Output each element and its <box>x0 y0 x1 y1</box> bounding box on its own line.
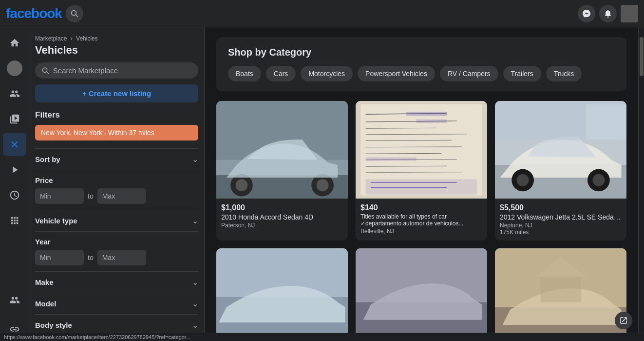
messenger-icon[interactable] <box>578 5 595 22</box>
make-filter[interactable]: Make ⌄ <box>35 271 198 293</box>
listing-name: 2010 Honda Accord Sedan 4D <box>221 213 343 221</box>
listing-price: $1,000 <box>221 203 343 212</box>
page-title: Vehicles <box>35 44 198 57</box>
svg-line-3 <box>47 72 49 74</box>
vehicle-type-label: Vehicle type <box>35 217 77 225</box>
scrollbar-area <box>638 27 644 341</box>
shop-category-title: Shop by Category <box>228 47 615 58</box>
svg-point-10 <box>317 179 329 191</box>
listing-location: Belleville, NJ <box>360 228 482 235</box>
listing-card[interactable]: $5,500 2012 Volkswagen Jetta 2.5L SE Sed… <box>495 101 626 241</box>
listing-name: 2012 Volkswagen Jetta 2.5L SE Sedan 4D <box>500 213 622 221</box>
top-navigation: facebook <box>0 0 644 27</box>
year-inputs: to <box>35 250 198 265</box>
location-filter[interactable]: New York, New York · Within 37 miles <box>35 125 198 140</box>
sort-by-label: Sort by <box>35 155 60 163</box>
shop-by-category: Shop by Category Boats Cars Motorcycles … <box>216 37 626 91</box>
nav-avatar-placeholder[interactable] <box>3 57 26 80</box>
category-pill-rv[interactable]: RV / Campers <box>440 66 498 81</box>
nav-video[interactable] <box>3 158 26 181</box>
share-icon-button[interactable] <box>615 312 632 329</box>
model-chevron: ⌄ <box>192 299 198 308</box>
price-max-input[interactable] <box>97 188 146 204</box>
price-inputs: to <box>35 188 198 204</box>
topnav-left: facebook <box>6 5 83 22</box>
nav-friends[interactable] <box>3 82 26 105</box>
listing-card[interactable] <box>356 248 487 341</box>
scrollbar-thumb[interactable] <box>640 37 644 76</box>
nav-home[interactable] <box>3 31 26 55</box>
nav-people-icon[interactable] <box>3 288 26 312</box>
nav-marketplace[interactable] <box>3 133 26 156</box>
listing-card[interactable] <box>216 248 348 341</box>
listing-info: $140 Titles available for all types of c… <box>356 199 487 240</box>
category-pill-trailers[interactable]: Trailers <box>503 66 541 81</box>
price-label: Price <box>35 176 198 184</box>
main-layout: Marketplace › Vehicles Vehicles + Create… <box>0 27 644 341</box>
listing-location: Paterson, NJ <box>221 222 343 229</box>
body-style-label: Body style <box>35 321 72 329</box>
facebook-logo: facebook <box>6 6 62 21</box>
make-label: Make <box>35 278 54 286</box>
create-listing-button[interactable]: + Create new listing <box>35 84 198 102</box>
nav-grid[interactable] <box>3 209 26 232</box>
breadcrumb-current: Vehicles <box>76 35 98 42</box>
category-pill-trucks[interactable]: Trucks <box>546 66 582 81</box>
year-filter: Year to <box>35 231 198 271</box>
user-avatar[interactable] <box>621 5 638 22</box>
listing-image <box>356 248 487 341</box>
vehicle-type-filter[interactable]: Vehicle type ⌄ <box>35 210 198 231</box>
left-icon-nav <box>0 27 29 341</box>
svg-rect-36 <box>586 104 626 140</box>
search-input[interactable] <box>53 66 191 75</box>
svg-rect-26 <box>366 179 477 194</box>
listing-card[interactable] <box>495 248 626 341</box>
listing-miles: 175K miles <box>500 229 622 236</box>
nav-watch[interactable] <box>3 107 26 131</box>
listing-name: Titles available for all types of car ✓d… <box>360 213 482 227</box>
sort-by-filter[interactable]: Sort by ⌄ <box>35 148 198 170</box>
body-style-chevron: ⌄ <box>192 321 198 330</box>
search-icon-button[interactable] <box>66 5 83 22</box>
category-pill-powersport[interactable]: Powersport Vehicles <box>358 66 435 81</box>
status-url: https://www.facebook.com/marketplace/ite… <box>4 334 190 340</box>
svg-rect-47 <box>540 277 581 302</box>
price-to-separator: to <box>88 192 94 200</box>
svg-rect-25 <box>366 158 417 161</box>
breadcrumb-parent[interactable]: Marketplace <box>35 35 67 42</box>
svg-point-2 <box>42 67 47 72</box>
category-pill-cars[interactable]: Cars <box>266 66 296 81</box>
search-box[interactable] <box>35 62 198 79</box>
year-min-input[interactable] <box>35 250 84 265</box>
price-min-input[interactable] <box>35 188 84 204</box>
category-pill-motorcycles[interactable]: Motorcycles <box>301 66 353 81</box>
notifications-icon[interactable] <box>599 5 617 22</box>
year-label: Year <box>35 238 198 246</box>
make-chevron: ⌄ <box>192 278 198 287</box>
listing-image <box>356 101 487 199</box>
listing-card[interactable]: $140 Titles available for all types of c… <box>356 101 487 241</box>
status-bar: https://www.facebook.com/marketplace/ite… <box>0 333 644 341</box>
listing-price: $140 <box>360 203 482 212</box>
listing-image <box>495 248 626 341</box>
listings-grid: $1,000 2010 Honda Accord Sedan 4D Paters… <box>216 101 626 341</box>
svg-point-34 <box>592 174 605 186</box>
listing-info: $1,000 2010 Honda Accord Sedan 4D Paters… <box>216 199 348 234</box>
category-pill-boats[interactable]: Boats <box>228 66 261 81</box>
nav-clock[interactable] <box>3 183 26 207</box>
model-filter[interactable]: Model ⌄ <box>35 293 198 314</box>
year-max-input[interactable] <box>97 250 146 265</box>
category-pills: Boats Cars Motorcycles Powersport Vehicl… <box>228 66 615 81</box>
main-content: Shop by Category Boats Cars Motorcycles … <box>205 27 638 341</box>
listing-image <box>216 248 348 341</box>
price-filter: Price to <box>35 170 198 210</box>
breadcrumb-separator: › <box>71 35 73 42</box>
model-label: Model <box>35 300 56 308</box>
breadcrumb: Marketplace › Vehicles <box>35 35 198 42</box>
nav-people-bottom[interactable] <box>3 288 26 312</box>
listing-card[interactable]: $1,000 2010 Honda Accord Sedan 4D Paters… <box>216 101 348 241</box>
topnav-right <box>578 5 638 22</box>
svg-point-0 <box>71 10 76 15</box>
svg-point-32 <box>517 174 529 186</box>
svg-line-1 <box>76 15 78 17</box>
